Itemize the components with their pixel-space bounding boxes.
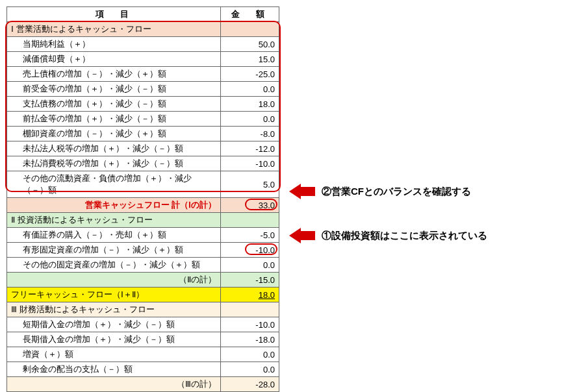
table-header: 項 目 金 額	[7, 7, 279, 22]
section-1-title: Ⅰ 営業活動によるキャッシュ・フロー	[7, 22, 221, 37]
row-label: 当期純利益（＋）	[7, 37, 221, 52]
section-1-subtotal: 営業キャッシュフロー 計（Ⅰの計） 33.0	[7, 198, 279, 213]
row-value: -10.0	[221, 156, 279, 171]
table-row: 未払消費税等の増加（＋）・減少（－）額-10.0	[7, 156, 279, 171]
row-label: 減価償却費（＋）	[7, 52, 221, 67]
row-label: 支払債務の増加（＋）・減少（－）額	[7, 97, 221, 112]
table-row: 前受金等の増加（＋）・減少（－）額0.0	[7, 82, 279, 97]
row-label: その他の固定資産の増加（－）・減少（＋）額	[7, 258, 221, 273]
table-row: 未払法人税等の増加（＋）・減少（－）額-12.0	[7, 141, 279, 156]
row-label: 有形固定資産の増加（－）・減少（＋）額	[7, 243, 221, 258]
annotation-text: ②営業CFとのバランスを確認する	[322, 186, 471, 198]
annotation-1: ①設備投資額はここに表示されている	[289, 228, 487, 243]
row-value: -12.0	[221, 141, 279, 156]
table-row: 有形固定資産の増加（－）・減少（＋）額-10.0	[7, 243, 279, 258]
table-row: 当期純利益（＋）50.0	[7, 37, 279, 52]
subtotal-value: -15.0	[221, 273, 279, 288]
row-label: 短期借入金の増加（＋）・減少（－）額	[7, 317, 221, 332]
table-row: 売上債権の増加（－）・減少（＋）額-25.0	[7, 67, 279, 82]
section-3-subtotal: （Ⅲの計） -28.0	[7, 377, 279, 392]
row-value: 15.0	[221, 52, 279, 67]
row-value: -10.0	[221, 317, 279, 332]
table-row: 増資（＋）額0.0	[7, 347, 279, 362]
subtotal-value: 33.0	[259, 201, 275, 210]
row-label: 増資（＋）額	[7, 347, 221, 362]
row-value: 0.0	[221, 258, 279, 273]
table-row: 有価証券の購入（－）・売却（＋）額-5.0	[7, 228, 279, 243]
row-value: 0.0	[221, 82, 279, 97]
row-value: -5.0	[221, 228, 279, 243]
row-value: -18.0	[221, 332, 279, 347]
table-row: 長期借入金の増加（＋）・減少（－）額-18.0	[7, 332, 279, 347]
row-value: -10.0	[255, 245, 275, 255]
cashflow-table: 項 目 金 額 Ⅰ 営業活動によるキャッシュ・フロー 当期純利益（＋）50.0 …	[6, 6, 279, 392]
table-row: 前払金等の増加（＋）・減少（－）額0.0	[7, 112, 279, 127]
row-label: その他の流動資産・負債の増加（＋）・減少（－）額	[7, 171, 221, 198]
row-value: -8.0	[221, 127, 279, 141]
subtotal-label: 営業キャッシュフロー 計（Ⅰの計）	[7, 198, 221, 213]
row-value-cell: -10.0	[221, 243, 279, 258]
section-2-header: Ⅱ 投資活動によるキャッシュ・フロー	[7, 213, 279, 228]
row-value: 0.0	[221, 347, 279, 362]
annotation-2: ②営業CFとのバランスを確認する	[289, 184, 471, 199]
header-item: 項 目	[7, 7, 221, 22]
arrow-body	[301, 187, 315, 196]
row-value: 50.0	[221, 37, 279, 52]
table-row: その他の固定資産の増加（－）・減少（＋）額0.0	[7, 258, 279, 273]
row-label: 売上債権の増加（－）・減少（＋）額	[7, 67, 221, 82]
table-row: 短期借入金の増加（＋）・減少（－）額-10.0	[7, 317, 279, 332]
row-label: 前受金等の増加（＋）・減少（－）額	[7, 82, 221, 97]
row-value: 18.0	[221, 97, 279, 112]
table-row: その他の流動資産・負債の増加（＋）・減少（－）額5.0	[7, 171, 279, 198]
table-row: 剰余金の配当の支払（－）額0.0	[7, 362, 279, 377]
subtotal-label: （Ⅱの計）	[7, 273, 221, 288]
arrow-left-icon	[289, 228, 301, 243]
row-value: 0.0	[221, 112, 279, 127]
row-label: 剰余金の配当の支払（－）額	[7, 362, 221, 377]
row-label: 前払金等の増加（＋）・減少（－）額	[7, 112, 221, 127]
table-row: 支払債務の増加（＋）・減少（－）額18.0	[7, 97, 279, 112]
section-2-title: Ⅱ 投資活動によるキャッシュ・フロー	[7, 213, 221, 228]
section-3-header: Ⅲ 財務活動によるキャッシュ・フロー	[7, 302, 279, 317]
table-row: 減価償却費（＋）15.0	[7, 52, 279, 67]
row-label: 有価証券の購入（－）・売却（＋）額	[7, 228, 221, 243]
row-label: 未払消費税等の増加（＋）・減少（－）額	[7, 156, 221, 171]
header-amount: 金 額	[221, 7, 279, 22]
row-value: 0.0	[221, 362, 279, 377]
section-3-title: Ⅲ 財務活動によるキャッシュ・フロー	[7, 302, 221, 317]
free-cf-value: 18.0	[221, 288, 279, 302]
section-1-header: Ⅰ 営業活動によるキャッシュ・フロー	[7, 22, 279, 37]
row-label: 棚卸資産の増加（－）・減少（＋）額	[7, 127, 221, 141]
row-value: 5.0	[221, 171, 279, 198]
subtotal-value: -28.0	[221, 377, 279, 392]
table-row: 棚卸資産の増加（－）・減少（＋）額-8.0	[7, 127, 279, 141]
row-value: -25.0	[221, 67, 279, 82]
subtotal-label: （Ⅲの計）	[7, 377, 221, 392]
free-cf-label: フリーキャッシュ・フロー（Ⅰ＋Ⅱ）	[7, 288, 221, 302]
subtotal-value-cell: 33.0	[221, 198, 279, 213]
row-label: 未払法人税等の増加（＋）・減少（－）額	[7, 141, 221, 156]
row-label: 長期借入金の増加（＋）・減少（－）額	[7, 332, 221, 347]
free-cashflow-row: フリーキャッシュ・フロー（Ⅰ＋Ⅱ） 18.0	[7, 288, 279, 302]
annotation-text: ①設備投資額はここに表示されている	[322, 230, 487, 242]
section-2-subtotal: （Ⅱの計） -15.0	[7, 273, 279, 288]
arrow-left-icon	[289, 184, 301, 199]
arrow-body	[301, 231, 315, 240]
